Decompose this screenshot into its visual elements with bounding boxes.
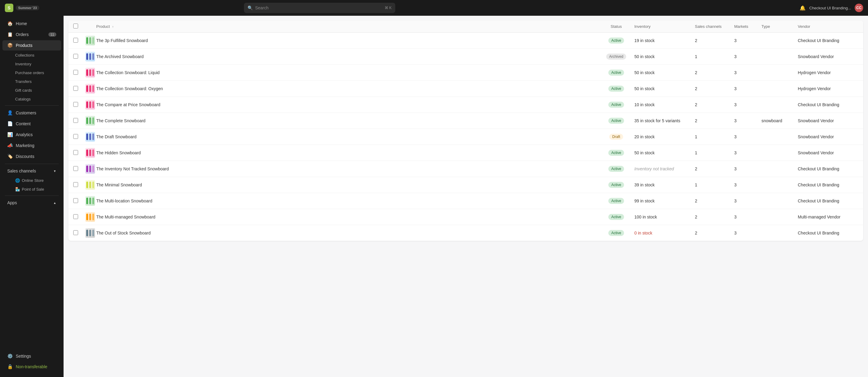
row-checkbox-complete[interactable] <box>73 118 78 123</box>
sidebar-item-customers[interactable]: 👤 Customers <box>2 108 61 118</box>
product-inventory-3p-fulfilled: 19 in stock <box>634 38 695 43</box>
sidebar-item-analytics[interactable]: 📊 Analytics <box>2 129 61 140</box>
row-checkbox-col <box>73 230 85 236</box>
sidebar-item-discounts[interactable]: 🏷️ Discounts <box>2 151 61 162</box>
shopify-logo[interactable]: S Summer '23 <box>5 4 39 12</box>
sidebar-sub-transfers[interactable]: Transfers <box>2 77 61 86</box>
sidebar-item-home[interactable]: 🏠 Home <box>2 19 61 29</box>
pos-icon: 🏪 <box>15 187 20 191</box>
sidebar-item-online-store[interactable]: 🌐 Online Store <box>2 177 61 185</box>
product-markets-hidden: 3 <box>734 150 762 155</box>
product-name-complete[interactable]: The Complete Snowboard <box>96 118 598 123</box>
avatar[interactable]: CC <box>855 4 863 12</box>
product-name-compare-price[interactable]: The Compare at Price Snowboard <box>96 102 598 107</box>
row-checkbox-col <box>73 134 85 140</box>
sidebar-item-point-of-sale[interactable]: 🏪 Point of Sale <box>2 185 61 193</box>
sidebar-item-products[interactable]: 📦 Products <box>2 40 61 51</box>
product-name-collection-liquid[interactable]: The Collection Snowboard: Liquid <box>96 70 598 75</box>
sidebar-sub-collections[interactable]: Collections <box>2 51 61 59</box>
sidebar-sub-inventory[interactable]: Inventory <box>2 60 61 68</box>
product-name-draft[interactable]: The Draft Snowboard <box>96 134 598 139</box>
product-thumbnail-multi-managed <box>85 212 96 222</box>
sidebar-item-content[interactable]: 📄 Content <box>2 119 61 129</box>
product-status-inv-not-tracked: Active <box>598 166 634 172</box>
product-vendor-compare-price: Checkout UI Branding <box>798 102 858 107</box>
row-checkbox-col <box>73 182 85 188</box>
product-inventory-multi-managed: 100 in stock <box>634 215 695 219</box>
product-name-inv-not-tracked[interactable]: The Inventory Not Tracked Snowboard <box>96 166 598 171</box>
product-name-multi-location[interactable]: The Multi-location Snowboard <box>96 198 598 203</box>
status-badge-multi-managed: Active <box>608 214 624 220</box>
product-inventory-collection-oxygen: 50 in stock <box>634 86 695 91</box>
table-row[interactable]: The Multi-managed Snowboard Active 100 i… <box>68 209 863 225</box>
product-name-multi-managed[interactable]: The Multi-managed Snowboard <box>96 215 598 219</box>
row-checkbox-inv-not-tracked[interactable] <box>73 166 78 171</box>
table-row[interactable]: The Out of Stock Snowboard Active 0 in s… <box>68 225 863 241</box>
product-status-collection-oxygen: Active <box>598 86 634 92</box>
product-vendor-complete: Snowboard Vendor <box>798 118 858 123</box>
app-body: 🏠 Home 📋 Orders 11 📦 Products Collection… <box>0 16 868 377</box>
sidebar-sub-catalogs[interactable]: Catalogs <box>2 95 61 103</box>
sidebar-item-marketing[interactable]: 📣 Marketing <box>2 140 61 151</box>
row-checkbox-multi-managed[interactable] <box>73 214 78 219</box>
product-inventory-complete: 35 in stock for 5 variants <box>634 118 695 123</box>
product-thumbnail-3p-fulfilled <box>85 36 96 45</box>
products-icon: 📦 <box>7 43 13 48</box>
table-row[interactable]: The Collection Snowboard: Liquid Active … <box>68 65 863 81</box>
product-sales-channels-multi-managed: 2 <box>695 215 734 219</box>
product-name-minimal[interactable]: The Minimal Snowboard <box>96 183 598 187</box>
bell-icon[interactable]: 🔔 <box>800 5 806 11</box>
sort-icon: ↑ <box>112 25 114 28</box>
status-badge-inv-not-tracked: Active <box>608 166 624 172</box>
table-row[interactable]: The Draft Snowboard Draft 20 in stock 1 … <box>68 129 863 145</box>
select-all-checkbox[interactable] <box>73 24 78 28</box>
header-inventory: Inventory <box>634 24 695 29</box>
sidebar-item-settings[interactable]: ⚙️ Settings <box>2 351 61 361</box>
table-row[interactable]: The Hidden Snowboard Active 50 in stock … <box>68 145 863 161</box>
product-thumbnail-out-of-stock <box>85 228 96 238</box>
row-checkbox-col <box>73 166 85 172</box>
chevron-up-icon: ▲ <box>53 201 56 205</box>
table-row[interactable]: The Archived Snowboard Archived 50 in st… <box>68 49 863 65</box>
table-row[interactable]: The Multi-location Snowboard Active 99 i… <box>68 193 863 209</box>
sidebar-sub-purchase-orders[interactable]: Purchase orders <box>2 69 61 77</box>
search-bar[interactable]: 🔍 ⌘ K <box>244 3 395 13</box>
apps-toggle[interactable]: Apps ▲ <box>2 198 61 208</box>
summer-badge: Summer '23 <box>16 5 39 10</box>
row-checkbox-archived[interactable] <box>73 54 78 59</box>
table-row[interactable]: The Complete Snowboard Active 35 in stoc… <box>68 113 863 129</box>
row-checkbox-collection-oxygen[interactable] <box>73 86 78 91</box>
sidebar-sub-gift-cards[interactable]: Gift cards <box>2 86 61 94</box>
table-row[interactable]: The Inventory Not Tracked Snowboard Acti… <box>68 161 863 177</box>
status-badge-3p-fulfilled: Active <box>608 37 624 43</box>
row-checkbox-draft[interactable] <box>73 134 78 139</box>
product-markets-archived: 3 <box>734 54 762 59</box>
header-product[interactable]: Product ↑ <box>96 24 598 29</box>
search-input[interactable] <box>255 5 382 10</box>
product-inventory-inv-not-tracked: Inventory not tracked <box>634 166 695 171</box>
table-row[interactable]: The Collection Snowboard: Oxygen Active … <box>68 81 863 97</box>
table-row[interactable]: The Compare at Price Snowboard Active 10… <box>68 97 863 113</box>
row-checkbox-minimal[interactable] <box>73 182 78 187</box>
row-checkbox-multi-location[interactable] <box>73 198 78 203</box>
product-name-out-of-stock[interactable]: The Out of Stock Snowboard <box>96 230 598 235</box>
product-name-3p-fulfilled[interactable]: The 3p Fulfilled Snowboard <box>96 38 598 43</box>
product-inventory-draft: 20 in stock <box>634 134 695 139</box>
product-name-archived[interactable]: The Archived Snowboard <box>96 54 598 59</box>
search-shortcut: ⌘ K <box>385 6 392 10</box>
row-checkbox-col <box>73 118 85 124</box>
product-name-hidden[interactable]: The Hidden Snowboard <box>96 150 598 155</box>
product-markets-complete: 3 <box>734 118 762 123</box>
sidebar-item-orders[interactable]: 📋 Orders 11 <box>2 29 61 40</box>
table-row[interactable]: The 3p Fulfilled Snowboard Active 19 in … <box>68 33 863 49</box>
table-row[interactable]: The Minimal Snowboard Active 39 in stock… <box>68 177 863 193</box>
sidebar-item-non-transferable[interactable]: 🔒 Non-transferable <box>2 362 61 372</box>
product-name-collection-oxygen[interactable]: The Collection Snowboard: Oxygen <box>96 86 598 91</box>
row-checkbox-out-of-stock[interactable] <box>73 230 78 235</box>
row-checkbox-hidden[interactable] <box>73 150 78 155</box>
sales-channels-toggle[interactable]: Sales channels ▼ <box>2 166 61 176</box>
row-checkbox-collection-liquid[interactable] <box>73 70 78 75</box>
row-checkbox-3p-fulfilled[interactable] <box>73 38 78 43</box>
row-checkbox-compare-price[interactable] <box>73 102 78 107</box>
product-sales-channels-multi-location: 2 <box>695 198 734 203</box>
